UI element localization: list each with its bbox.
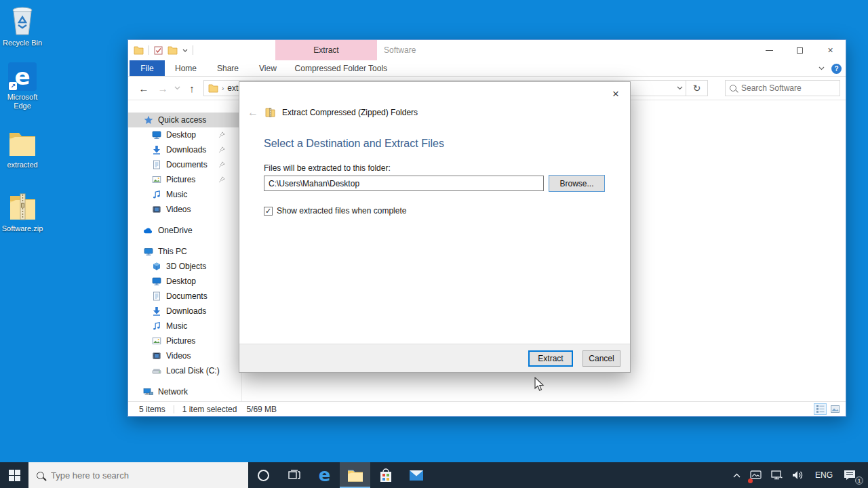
search-box[interactable] (725, 80, 840, 96)
sidebar-item-desktop[interactable]: Desktop (128, 127, 241, 142)
status-bar: 5 items 1 item selected 5/69 MB (128, 401, 846, 416)
dialog-back-icon[interactable]: ← (248, 106, 258, 119)
new-folder-icon[interactable] (167, 46, 178, 55)
action-center-button[interactable]: 1 (840, 462, 863, 488)
cortana-button[interactable] (248, 462, 279, 488)
taskbar-search[interactable] (28, 462, 248, 488)
desktop-icon-extracted[interactable]: extracted (0, 130, 45, 169)
large-icons-view-button[interactable] (829, 403, 842, 415)
nav-pane: Quick accessDesktopDownloadsDocumentsPic… (128, 100, 242, 401)
tray-app-button[interactable] (747, 462, 765, 488)
maximize-button[interactable] (785, 40, 815, 60)
sidebar-item-videos[interactable]: Videos (128, 348, 241, 363)
folder-icon[interactable] (134, 46, 144, 55)
objects3d-icon (151, 262, 161, 272)
checkbox-checked-icon[interactable]: ✓ (264, 207, 273, 216)
desktop-icon-recycle-bin[interactable]: Recycle Bin (0, 5, 45, 47)
file-explorer-taskbar-button[interactable] (340, 462, 370, 488)
search-input[interactable] (741, 83, 823, 93)
taskbar-search-input[interactable] (51, 470, 220, 481)
ribbon-tab-home[interactable]: Home (165, 60, 207, 76)
desktop-icon-label: Recycle Bin (0, 39, 45, 47)
task-view-button[interactable] (279, 462, 309, 488)
extract-button[interactable]: Extract (528, 350, 573, 367)
help-icon[interactable]: ? (831, 64, 842, 74)
network-tray-button[interactable] (768, 462, 786, 488)
music-icon (151, 321, 161, 331)
ribbon-expand-chevron-icon[interactable] (818, 66, 825, 70)
search-icon (37, 472, 44, 479)
edge-taskbar-button[interactable]: e (309, 462, 340, 488)
sidebar-item-downloads[interactable]: Downloads (128, 304, 241, 319)
sidebar-item-music[interactable]: Music (128, 319, 241, 333)
tray-expand-button[interactable] (730, 462, 744, 488)
sidebar-item-documents[interactable]: Documents (128, 157, 241, 172)
downloads-icon (151, 145, 161, 155)
sidebar-item-pictures[interactable]: Pictures (128, 333, 241, 348)
pin-icon (218, 176, 225, 185)
forward-button[interactable]: → (155, 83, 170, 94)
recent-locations-chevron-icon[interactable] (174, 86, 180, 90)
sidebar-item-network[interactable]: Network (128, 384, 241, 399)
sidebar-item-downloads[interactable]: Downloads (128, 142, 241, 157)
store-icon (379, 468, 393, 483)
shortcut-arrow-icon: ↗ (9, 82, 17, 90)
notification-badge: 1 (855, 476, 863, 485)
ribbon-tab-share[interactable]: Share (207, 60, 249, 76)
properties-icon[interactable] (154, 46, 163, 55)
back-button[interactable]: ← (136, 83, 151, 94)
search-icon (730, 85, 736, 92)
ribbon-right-controls: ? (818, 60, 842, 77)
start-button[interactable] (0, 462, 28, 488)
sidebar-item-label: Videos (166, 351, 191, 361)
destination-path-input[interactable] (264, 176, 544, 191)
customize-chevron-icon[interactable] (182, 49, 188, 52)
desktop-icon (151, 277, 161, 287)
view-toggles (814, 403, 842, 415)
language-indicator[interactable]: ENG (810, 462, 837, 488)
sidebar-item-label: This PC (158, 247, 187, 256)
sidebar-item-onedrive[interactable]: OneDrive (128, 223, 241, 238)
details-view-button[interactable] (814, 403, 827, 415)
sidebar-item-documents[interactable]: Documents (128, 289, 241, 304)
minimize-button[interactable] (754, 40, 785, 60)
contextual-tab-header[interactable]: Extract (275, 40, 377, 60)
desktop-icon-software-zip[interactable]: Software.zip (0, 192, 45, 233)
sidebar-item-pictures[interactable]: Pictures (128, 172, 241, 187)
sidebar-item-videos[interactable]: Videos (128, 202, 241, 217)
browse-button[interactable]: Browse... (549, 175, 605, 192)
refresh-button[interactable]: ↻ (686, 80, 708, 96)
chevron-up-icon (733, 473, 741, 478)
sidebar-item-music[interactable]: Music (128, 187, 241, 202)
up-button[interactable]: ↑ (184, 83, 199, 94)
sidebar-item-this-pc[interactable]: This PC (128, 244, 241, 259)
volume-tray-button[interactable] (789, 462, 808, 488)
desktop-icon-label: extracted (0, 161, 45, 169)
volume-icon (792, 470, 804, 480)
zip-folder-icon (265, 108, 275, 117)
dialog-close-button[interactable]: × (608, 87, 623, 101)
close-button[interactable]: × (815, 40, 846, 60)
mail-taskbar-button[interactable] (401, 462, 431, 488)
desktop-icon-microsoft-edge[interactable]: e ↗ Microsoft Edge (0, 62, 45, 110)
sidebar-item-quick-access[interactable]: Quick access (128, 113, 241, 127)
cortana-icon (258, 470, 269, 481)
sidebar-item-label: Music (166, 190, 187, 199)
ribbon-tab-file[interactable]: File (130, 60, 165, 76)
ribbon-tab-compressed-folder-tools[interactable]: Compressed Folder Tools (290, 60, 392, 76)
address-dropdown-chevron-icon[interactable] (677, 86, 683, 90)
dialog-heading: Select a Destination and Extract Files (264, 138, 444, 150)
desktop-icon (151, 130, 161, 140)
sidebar-item-desktop[interactable]: Desktop (128, 274, 241, 289)
sidebar-item-label: 3D Objects (166, 262, 206, 271)
pin-icon (218, 131, 225, 140)
videos-icon (151, 205, 161, 215)
ribbon-tab-view[interactable]: View (249, 60, 287, 76)
downloads-icon (151, 306, 161, 317)
zip-folder-icon (7, 192, 38, 222)
sidebar-item-local-disk-c-[interactable]: Local Disk (C:) (128, 363, 241, 378)
sidebar-item-3d-objects[interactable]: 3D Objects (128, 259, 241, 274)
store-taskbar-button[interactable] (370, 462, 401, 488)
cancel-button[interactable]: Cancel (583, 350, 620, 367)
network-icon (771, 470, 783, 480)
